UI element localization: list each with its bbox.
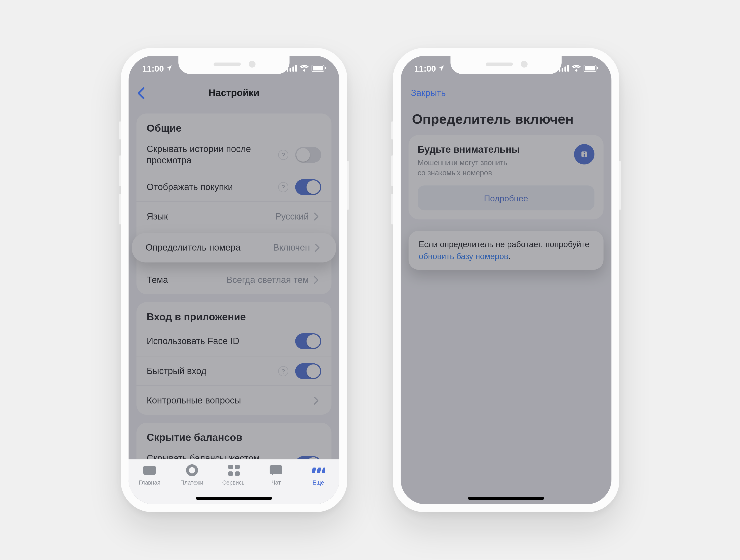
home-indicator[interactable] xyxy=(468,497,544,500)
svg-rect-16 xyxy=(322,468,325,473)
wifi-icon xyxy=(300,65,309,72)
tab-label: Еще xyxy=(313,479,324,486)
row-theme[interactable]: Тема Всегда светлая тем xyxy=(136,265,332,294)
phone-side-button xyxy=(119,155,121,186)
svg-rect-18 xyxy=(562,68,563,72)
phone-mockup-settings: 11:00 Настройки Общие xyxy=(121,48,347,512)
row-value: Русский xyxy=(275,211,309,221)
help-icon[interactable]: ? xyxy=(278,182,288,192)
home-indicator[interactable] xyxy=(196,497,272,500)
help-icon[interactable]: ? xyxy=(278,366,288,376)
toggle-hide-stories[interactable] xyxy=(295,147,321,163)
section-title-general: Общие xyxy=(136,113,332,138)
alert-title: Будьте внимательны xyxy=(418,144,569,156)
more-icon xyxy=(311,463,326,478)
page-title: Определитель включен xyxy=(408,106,604,135)
row-label: Определитель номера xyxy=(146,242,273,253)
more-button[interactable]: Подробнее xyxy=(418,186,594,211)
svg-rect-2 xyxy=(292,67,294,72)
svg-rect-1 xyxy=(289,68,291,72)
update-database-link[interactable]: обновить базу номеров xyxy=(419,251,508,260)
svg-rect-19 xyxy=(564,67,566,72)
svg-rect-20 xyxy=(567,65,569,72)
svg-rect-13 xyxy=(270,465,282,474)
hint-text: Если определитель не работает, попробуйт… xyxy=(419,240,589,249)
phone-side-button xyxy=(119,121,121,139)
wifi-icon xyxy=(572,65,581,72)
row-label: Скрывать истории после просмотра xyxy=(147,144,278,166)
phone-mockup-caller-id: 11:00 Закрыть Определитель включен xyxy=(393,48,619,512)
location-icon xyxy=(438,65,445,72)
phone-side-button xyxy=(391,155,393,186)
close-button[interactable]: Закрыть xyxy=(400,81,456,106)
row-value: Всегда светлая тем xyxy=(226,274,309,285)
svg-rect-26 xyxy=(584,152,585,153)
help-icon[interactable]: ? xyxy=(278,150,288,160)
battery-icon xyxy=(312,65,326,72)
nav-title: Настройки xyxy=(128,88,340,99)
toggle-show-purchases[interactable] xyxy=(295,179,321,195)
location-icon xyxy=(166,65,173,72)
toggle-quick-login[interactable] xyxy=(295,363,321,379)
svg-rect-9 xyxy=(228,465,233,469)
status-time: 11:00 xyxy=(142,64,164,73)
svg-rect-5 xyxy=(313,66,323,71)
svg-rect-25 xyxy=(584,154,585,157)
phone-side-button xyxy=(391,194,393,224)
login-settings-card: Вход в приложение Использовать Face ID Б… xyxy=(136,302,332,415)
svg-rect-15 xyxy=(316,468,321,473)
info-icon xyxy=(574,144,594,164)
tab-label: Чат xyxy=(271,479,281,486)
chat-icon xyxy=(269,463,284,478)
phone-notch xyxy=(451,56,562,74)
phone-side-button xyxy=(391,121,393,139)
row-hide-balances-shake[interactable]: Скрывать балансы жестом переворота xyxy=(136,447,332,459)
row-caller-id[interactable]: Определитель номера Включен xyxy=(132,233,336,262)
row-language[interactable]: Язык Русский xyxy=(136,201,332,231)
alert-description: Мошенники могут звонить со знакомых номе… xyxy=(418,158,569,178)
battery-icon xyxy=(584,65,598,72)
svg-point-8 xyxy=(187,466,196,475)
status-time: 11:00 xyxy=(414,64,436,73)
tab-label: Сервисы xyxy=(222,479,246,486)
tab-home[interactable]: Главная xyxy=(128,463,171,505)
tab-label: Платежи xyxy=(180,479,203,486)
section-title-login: Вход в приложение xyxy=(136,302,332,327)
tab-more[interactable]: Еще xyxy=(297,463,340,505)
phone-notch xyxy=(178,56,289,74)
row-label: Контрольные вопросы xyxy=(147,395,309,406)
hint-bubble: Если определитель не работает, попробуйт… xyxy=(408,231,604,270)
svg-rect-14 xyxy=(311,468,316,473)
row-label: Использовать Face ID xyxy=(147,336,295,347)
tab-label: Главная xyxy=(139,479,160,486)
row-value: Включен xyxy=(273,243,310,253)
row-show-purchases[interactable]: Отображать покупки ? xyxy=(136,172,332,201)
svg-rect-11 xyxy=(228,471,233,476)
hide-balances-card: Скрытие балансов Скрывать балансы жестом… xyxy=(136,423,332,459)
toggle-faceid[interactable] xyxy=(295,333,321,349)
row-label: Быстрый вход xyxy=(147,365,278,376)
svg-rect-22 xyxy=(585,66,595,71)
circle-icon xyxy=(185,463,199,478)
card-icon xyxy=(143,463,157,478)
grid-icon xyxy=(227,463,242,478)
row-label: Тема xyxy=(147,274,226,286)
hint-text: . xyxy=(508,251,511,260)
row-label: Отображать покупки xyxy=(147,181,278,193)
section-title-hide-balances: Скрытие балансов xyxy=(136,423,332,447)
phone-side-button xyxy=(119,194,121,224)
alert-card: Будьте внимательны Мошенники могут звони… xyxy=(408,135,604,220)
row-quick-login[interactable]: Быстрый вход ? xyxy=(136,356,332,385)
row-security-questions[interactable]: Контрольные вопросы xyxy=(136,385,332,415)
svg-rect-12 xyxy=(235,471,240,476)
row-label: Язык xyxy=(147,211,275,222)
toggle-hide-balances[interactable] xyxy=(295,456,321,459)
chevron-right-icon xyxy=(312,243,322,253)
svg-rect-3 xyxy=(295,65,297,72)
svg-rect-10 xyxy=(235,465,240,469)
row-hide-stories[interactable]: Скрывать истории после просмотра ? xyxy=(136,138,332,172)
svg-rect-7 xyxy=(144,466,156,475)
row-faceid[interactable]: Использовать Face ID xyxy=(136,326,332,356)
chevron-right-icon xyxy=(311,395,321,406)
general-settings-card: Общие Скрывать истории после просмотра ?… xyxy=(136,113,332,294)
